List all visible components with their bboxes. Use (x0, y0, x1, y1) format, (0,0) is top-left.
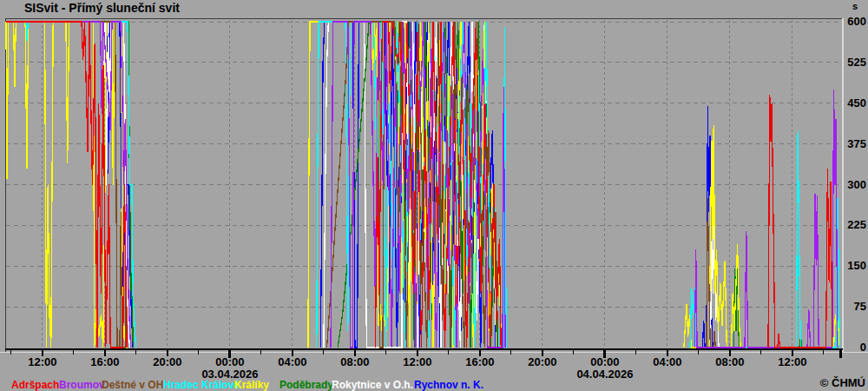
chart-stage: SISvit - Přímý sluneční svit s 075150225… (0, 0, 868, 391)
legend-item-adr-pach: Adršpach (11, 379, 59, 391)
y-tick-label: 450 (833, 96, 866, 109)
y-tick-label: 150 (833, 259, 866, 272)
sunshine-chart-plot (0, 0, 868, 391)
x-tick-label: 20:00 (147, 355, 188, 368)
x-tick-label: 16:00 (459, 355, 501, 368)
x-tick-label: 00:00 (584, 355, 626, 368)
legend-item-pod-brady: Poděbrady (279, 379, 333, 391)
y-tick-label: 225 (833, 218, 866, 231)
x-tick-label: 12:00 (22, 355, 63, 368)
x-tick-label: 04:00 (272, 355, 313, 368)
y-tick-label: 75 (833, 300, 866, 313)
x-tick-label: 04:00 (647, 355, 688, 368)
x-date-label: 04.04.2026 (566, 368, 644, 381)
legend-item-rychnov-n-k-: Rychnov n. K. (414, 379, 483, 391)
x-tick-label: 00:00 (209, 355, 251, 368)
y-axis-unit-label: s (846, 1, 864, 11)
legend-item-rokytnice-v-o-h-: Rokytnice v O.h. (332, 379, 413, 391)
legend-item-de-tn-v-oh: Deštné v OH (102, 379, 163, 391)
y-tick-label: 375 (833, 137, 866, 150)
x-tick-label: 16:00 (84, 355, 126, 368)
legend-item-kr-l-ky: Králíky (234, 379, 269, 391)
copyright-label: © ČHMÚ (820, 376, 865, 389)
y-tick-label: 600 (833, 15, 866, 28)
x-tick-label: 20:00 (522, 355, 563, 368)
x-tick-label: 12:00 (772, 355, 813, 368)
y-tick-label: 525 (833, 56, 866, 69)
x-tick-label: 08:00 (709, 355, 751, 368)
page-title: SISvit - Přímý sluneční svit (24, 1, 180, 15)
x-tick-label: 12:00 (397, 355, 438, 368)
x-tick-label: 08:00 (334, 355, 376, 368)
legend-item-hradec-kr-lov-: Hradec Králové (163, 379, 240, 391)
y-tick-label: 300 (833, 178, 866, 191)
legend-item-broumov: Broumov (59, 379, 105, 391)
y-tick-label: 0 (833, 341, 866, 354)
